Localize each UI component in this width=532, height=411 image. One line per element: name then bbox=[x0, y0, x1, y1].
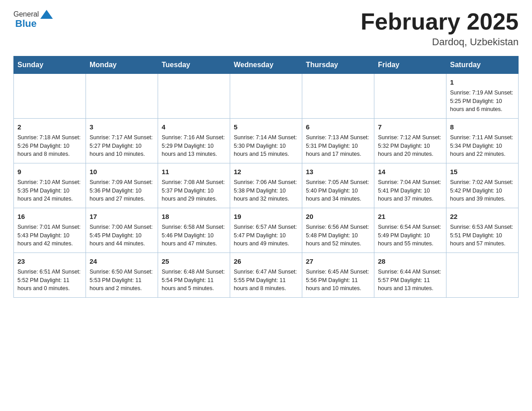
day-cell: 4Sunrise: 7:16 AM Sunset: 5:29 PM Daylig… bbox=[158, 119, 230, 163]
day-info: Sunrise: 7:17 AM Sunset: 5:27 PM Dayligh… bbox=[90, 133, 154, 158]
day-info: Sunrise: 7:00 AM Sunset: 5:45 PM Dayligh… bbox=[90, 223, 154, 248]
day-cell: 20Sunrise: 6:56 AM Sunset: 5:48 PM Dayli… bbox=[302, 208, 374, 253]
day-cell: 21Sunrise: 6:54 AM Sunset: 5:49 PM Dayli… bbox=[374, 208, 446, 253]
header-saturday: Saturday bbox=[446, 56, 519, 74]
week-row-2: 2Sunrise: 7:18 AM Sunset: 5:26 PM Daylig… bbox=[14, 119, 519, 163]
day-info: Sunrise: 7:18 AM Sunset: 5:26 PM Dayligh… bbox=[17, 133, 82, 158]
day-number: 5 bbox=[234, 122, 298, 132]
day-info: Sunrise: 7:13 AM Sunset: 5:31 PM Dayligh… bbox=[306, 133, 370, 158]
day-number: 7 bbox=[378, 122, 442, 132]
day-number: 10 bbox=[90, 167, 154, 177]
day-cell bbox=[158, 74, 230, 119]
calendar-table: SundayMondayTuesdayWednesdayThursdayFrid… bbox=[13, 56, 519, 298]
day-info: Sunrise: 7:01 AM Sunset: 5:43 PM Dayligh… bbox=[17, 223, 82, 248]
day-number: 27 bbox=[306, 257, 370, 266]
day-cell: 5Sunrise: 7:14 AM Sunset: 5:30 PM Daylig… bbox=[230, 119, 302, 163]
day-number: 26 bbox=[234, 257, 298, 266]
day-number: 25 bbox=[162, 257, 226, 266]
header-thursday: Thursday bbox=[302, 56, 374, 74]
logo: General Blue bbox=[13, 9, 53, 29]
day-info: Sunrise: 7:11 AM Sunset: 5:34 PM Dayligh… bbox=[450, 133, 515, 158]
day-cell: 24Sunrise: 6:50 AM Sunset: 5:53 PM Dayli… bbox=[86, 253, 158, 298]
week-row-4: 16Sunrise: 7:01 AM Sunset: 5:43 PM Dayli… bbox=[14, 208, 519, 253]
day-info: Sunrise: 7:12 AM Sunset: 5:32 PM Dayligh… bbox=[378, 133, 442, 158]
day-info: Sunrise: 7:02 AM Sunset: 5:42 PM Dayligh… bbox=[450, 178, 515, 203]
day-info: Sunrise: 6:54 AM Sunset: 5:49 PM Dayligh… bbox=[378, 223, 442, 248]
day-cell: 1Sunrise: 7:19 AM Sunset: 5:25 PM Daylig… bbox=[446, 74, 519, 119]
day-cell: 14Sunrise: 7:04 AM Sunset: 5:41 PM Dayli… bbox=[374, 163, 446, 208]
day-info: Sunrise: 7:14 AM Sunset: 5:30 PM Dayligh… bbox=[234, 133, 298, 158]
day-info: Sunrise: 7:16 AM Sunset: 5:29 PM Dayligh… bbox=[162, 133, 226, 158]
day-cell bbox=[230, 74, 302, 119]
day-info: Sunrise: 6:51 AM Sunset: 5:52 PM Dayligh… bbox=[17, 268, 82, 293]
day-number: 19 bbox=[234, 212, 298, 222]
day-info: Sunrise: 6:50 AM Sunset: 5:53 PM Dayligh… bbox=[90, 268, 154, 293]
day-info: Sunrise: 7:05 AM Sunset: 5:40 PM Dayligh… bbox=[306, 178, 370, 203]
day-number: 18 bbox=[162, 212, 226, 222]
day-info: Sunrise: 7:08 AM Sunset: 5:37 PM Dayligh… bbox=[162, 178, 226, 203]
day-info: Sunrise: 6:53 AM Sunset: 5:51 PM Dayligh… bbox=[450, 223, 515, 248]
location-text: Dardoq, Uzbekistan bbox=[360, 36, 519, 48]
day-number: 8 bbox=[450, 122, 515, 132]
day-number: 12 bbox=[234, 167, 298, 177]
week-row-3: 9Sunrise: 7:10 AM Sunset: 5:35 PM Daylig… bbox=[14, 163, 519, 208]
day-info: Sunrise: 6:48 AM Sunset: 5:54 PM Dayligh… bbox=[162, 268, 226, 293]
day-info: Sunrise: 7:10 AM Sunset: 5:35 PM Dayligh… bbox=[17, 178, 82, 203]
day-cell: 16Sunrise: 7:01 AM Sunset: 5:43 PM Dayli… bbox=[14, 208, 86, 253]
day-number: 3 bbox=[90, 122, 154, 132]
day-cell: 15Sunrise: 7:02 AM Sunset: 5:42 PM Dayli… bbox=[446, 163, 519, 208]
day-info: Sunrise: 6:45 AM Sunset: 5:56 PM Dayligh… bbox=[306, 268, 370, 293]
header-friday: Friday bbox=[374, 56, 446, 74]
logo-general-text: General bbox=[13, 11, 39, 18]
day-cell bbox=[446, 253, 519, 298]
day-cell: 7Sunrise: 7:12 AM Sunset: 5:32 PM Daylig… bbox=[374, 119, 446, 163]
logo-triangle-icon bbox=[40, 10, 53, 20]
day-info: Sunrise: 7:09 AM Sunset: 5:36 PM Dayligh… bbox=[90, 178, 154, 203]
header-tuesday: Tuesday bbox=[158, 56, 230, 74]
day-number: 22 bbox=[450, 212, 515, 222]
day-cell: 11Sunrise: 7:08 AM Sunset: 5:37 PM Dayli… bbox=[158, 163, 230, 208]
day-number: 2 bbox=[17, 122, 82, 132]
day-number: 9 bbox=[17, 167, 82, 177]
day-cell: 26Sunrise: 6:47 AM Sunset: 5:55 PM Dayli… bbox=[230, 253, 302, 298]
day-cell: 13Sunrise: 7:05 AM Sunset: 5:40 PM Dayli… bbox=[302, 163, 374, 208]
day-info: Sunrise: 6:58 AM Sunset: 5:46 PM Dayligh… bbox=[162, 223, 226, 248]
day-info: Sunrise: 6:44 AM Sunset: 5:57 PM Dayligh… bbox=[378, 268, 442, 293]
day-info: Sunrise: 6:47 AM Sunset: 5:55 PM Dayligh… bbox=[234, 268, 298, 293]
day-cell: 22Sunrise: 6:53 AM Sunset: 5:51 PM Dayli… bbox=[446, 208, 519, 253]
day-info: Sunrise: 7:04 AM Sunset: 5:41 PM Dayligh… bbox=[378, 178, 442, 203]
svg-marker-0 bbox=[40, 10, 53, 19]
day-number: 23 bbox=[17, 257, 82, 266]
day-info: Sunrise: 6:56 AM Sunset: 5:48 PM Dayligh… bbox=[306, 223, 370, 248]
day-cell: 28Sunrise: 6:44 AM Sunset: 5:57 PM Dayli… bbox=[374, 253, 446, 298]
day-cell: 2Sunrise: 7:18 AM Sunset: 5:26 PM Daylig… bbox=[14, 119, 86, 163]
title-block: February 2025 Dardoq, Uzbekistan bbox=[360, 9, 519, 48]
day-number: 20 bbox=[306, 212, 370, 222]
day-number: 11 bbox=[162, 167, 226, 177]
day-cell: 9Sunrise: 7:10 AM Sunset: 5:35 PM Daylig… bbox=[14, 163, 86, 208]
header-monday: Monday bbox=[86, 56, 158, 74]
day-number: 6 bbox=[306, 122, 370, 132]
day-cell bbox=[14, 74, 86, 119]
day-number: 1 bbox=[450, 77, 515, 87]
day-number: 14 bbox=[378, 167, 442, 177]
day-info: Sunrise: 6:57 AM Sunset: 5:47 PM Dayligh… bbox=[234, 223, 298, 248]
day-cell bbox=[374, 74, 446, 119]
header-sunday: Sunday bbox=[14, 56, 86, 74]
day-cell: 17Sunrise: 7:00 AM Sunset: 5:45 PM Dayli… bbox=[86, 208, 158, 253]
day-cell: 10Sunrise: 7:09 AM Sunset: 5:36 PM Dayli… bbox=[86, 163, 158, 208]
day-cell bbox=[86, 74, 158, 119]
logo-bottom-row: Blue bbox=[13, 20, 37, 29]
day-number: 28 bbox=[378, 257, 442, 266]
week-row-1: 1Sunrise: 7:19 AM Sunset: 5:25 PM Daylig… bbox=[14, 74, 519, 119]
day-cell: 18Sunrise: 6:58 AM Sunset: 5:46 PM Dayli… bbox=[158, 208, 230, 253]
day-cell: 23Sunrise: 6:51 AM Sunset: 5:52 PM Dayli… bbox=[14, 253, 86, 298]
day-number: 24 bbox=[90, 257, 154, 266]
day-number: 15 bbox=[450, 167, 515, 177]
day-cell: 27Sunrise: 6:45 AM Sunset: 5:56 PM Dayli… bbox=[302, 253, 374, 298]
day-cell: 3Sunrise: 7:17 AM Sunset: 5:27 PM Daylig… bbox=[86, 119, 158, 163]
day-cell: 19Sunrise: 6:57 AM Sunset: 5:47 PM Dayli… bbox=[230, 208, 302, 253]
day-cell: 6Sunrise: 7:13 AM Sunset: 5:31 PM Daylig… bbox=[302, 119, 374, 163]
month-title: February 2025 bbox=[360, 9, 519, 34]
day-cell: 12Sunrise: 7:06 AM Sunset: 5:38 PM Dayli… bbox=[230, 163, 302, 208]
